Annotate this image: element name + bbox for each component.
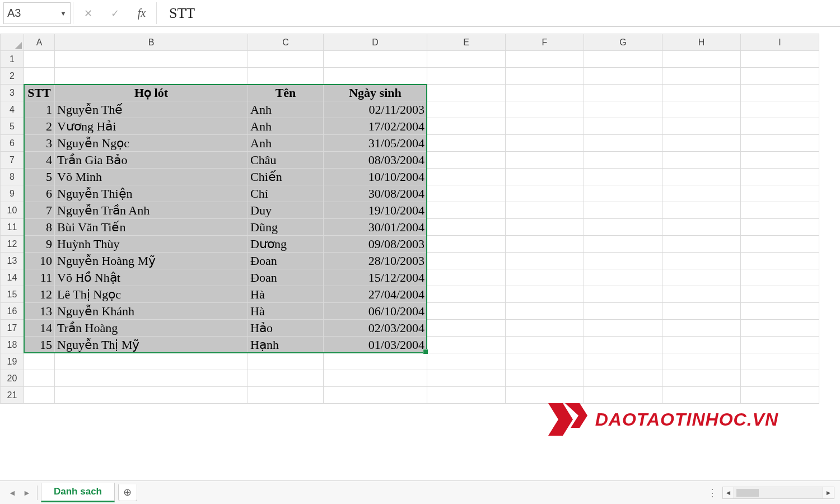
cell-E19[interactable] bbox=[427, 353, 506, 370]
cell-I19[interactable] bbox=[741, 353, 819, 370]
column-header-B[interactable]: B bbox=[55, 34, 248, 51]
worksheet[interactable]: ABCDEFGHI 123STTHọ lótTênNgày sinh41Nguy… bbox=[0, 34, 840, 480]
column-header-H[interactable]: H bbox=[662, 34, 741, 51]
scroll-right-button[interactable]: ► bbox=[823, 487, 834, 498]
cell-E4[interactable] bbox=[427, 101, 506, 118]
cell-I17[interactable] bbox=[741, 320, 819, 337]
row-header-11[interactable]: 11 bbox=[1, 219, 24, 236]
cell-A18[interactable]: 15 bbox=[24, 337, 55, 353]
cell-C19[interactable] bbox=[248, 353, 324, 370]
row-header-12[interactable]: 12 bbox=[1, 236, 24, 253]
cell-A9[interactable]: 6 bbox=[24, 185, 55, 202]
cell-F10[interactable] bbox=[506, 202, 584, 219]
cell-B3[interactable]: Họ lót bbox=[55, 85, 248, 101]
cell-I21[interactable] bbox=[741, 387, 819, 404]
cell-F4[interactable] bbox=[506, 101, 584, 118]
cell-B6[interactable]: Nguyễn Ngọc bbox=[55, 135, 248, 152]
cell-A8[interactable]: 5 bbox=[24, 169, 55, 185]
row-header-17[interactable]: 17 bbox=[1, 320, 24, 337]
cell-F21[interactable] bbox=[506, 387, 584, 404]
cell-F12[interactable] bbox=[506, 236, 584, 253]
cell-C17[interactable]: Hảo bbox=[248, 320, 324, 337]
cell-H11[interactable] bbox=[662, 219, 741, 236]
cell-G3[interactable] bbox=[584, 85, 662, 101]
cell-H5[interactable] bbox=[662, 118, 741, 135]
cell-I4[interactable] bbox=[741, 101, 819, 118]
cell-E16[interactable] bbox=[427, 303, 506, 320]
cell-B13[interactable]: Nguyễn Hoàng Mỹ bbox=[55, 253, 248, 269]
cell-A7[interactable]: 4 bbox=[24, 152, 55, 169]
cell-D9[interactable]: 30/08/2004 bbox=[324, 185, 427, 202]
cell-G17[interactable] bbox=[584, 320, 662, 337]
cell-E10[interactable] bbox=[427, 202, 506, 219]
cell-C3[interactable]: Tên bbox=[248, 85, 324, 101]
cell-C16[interactable]: Hà bbox=[248, 303, 324, 320]
select-all-corner[interactable] bbox=[1, 34, 24, 51]
row-header-4[interactable]: 4 bbox=[1, 101, 24, 118]
cell-H19[interactable] bbox=[662, 353, 741, 370]
cell-C8[interactable]: Chiến bbox=[248, 169, 324, 185]
cell-I10[interactable] bbox=[741, 202, 819, 219]
cell-I1[interactable] bbox=[741, 51, 819, 68]
cell-A16[interactable]: 13 bbox=[24, 303, 55, 320]
cell-G1[interactable] bbox=[584, 51, 662, 68]
cell-H12[interactable] bbox=[662, 236, 741, 253]
cell-H2[interactable] bbox=[662, 68, 741, 85]
cell-B15[interactable]: Lê Thị Ngọc bbox=[55, 286, 248, 303]
cell-C2[interactable] bbox=[248, 68, 324, 85]
cell-D6[interactable]: 31/05/2004 bbox=[324, 135, 427, 152]
cell-E11[interactable] bbox=[427, 219, 506, 236]
cell-E2[interactable] bbox=[427, 68, 506, 85]
cell-F19[interactable] bbox=[506, 353, 584, 370]
row-header-7[interactable]: 7 bbox=[1, 152, 24, 169]
cell-G6[interactable] bbox=[584, 135, 662, 152]
cell-D1[interactable] bbox=[324, 51, 427, 68]
cell-H7[interactable] bbox=[662, 152, 741, 169]
cell-A20[interactable] bbox=[24, 370, 55, 387]
cell-B10[interactable]: Nguyễn Trần Anh bbox=[55, 202, 248, 219]
cell-E18[interactable] bbox=[427, 337, 506, 353]
cell-D3[interactable]: Ngày sinh bbox=[324, 85, 427, 101]
cell-C15[interactable]: Hà bbox=[248, 286, 324, 303]
cell-D13[interactable]: 28/10/2003 bbox=[324, 253, 427, 269]
row-header-13[interactable]: 13 bbox=[1, 253, 24, 269]
cell-C10[interactable]: Duy bbox=[248, 202, 324, 219]
cell-H17[interactable] bbox=[662, 320, 741, 337]
scroll-left-button[interactable]: ◄ bbox=[723, 487, 734, 498]
cell-B12[interactable]: Huỳnh Thùy bbox=[55, 236, 248, 253]
cell-A17[interactable]: 14 bbox=[24, 320, 55, 337]
cell-G8[interactable] bbox=[584, 169, 662, 185]
column-header-I[interactable]: I bbox=[741, 34, 819, 51]
cell-I16[interactable] bbox=[741, 303, 819, 320]
cell-I14[interactable] bbox=[741, 269, 819, 286]
cell-I13[interactable] bbox=[741, 253, 819, 269]
cell-B18[interactable]: Nguyễn Thị Mỹ bbox=[55, 337, 248, 353]
cell-B11[interactable]: Bùi Văn Tiến bbox=[55, 219, 248, 236]
cell-D18[interactable]: 01/03/2004 bbox=[324, 337, 427, 353]
cell-H18[interactable] bbox=[662, 337, 741, 353]
cell-H20[interactable] bbox=[662, 370, 741, 387]
cell-E15[interactable] bbox=[427, 286, 506, 303]
cell-G18[interactable] bbox=[584, 337, 662, 353]
column-header-C[interactable]: C bbox=[248, 34, 324, 51]
cell-E3[interactable] bbox=[427, 85, 506, 101]
tab-next-button[interactable]: ► bbox=[20, 486, 34, 500]
cell-D12[interactable]: 09/08/2003 bbox=[324, 236, 427, 253]
column-header-G[interactable]: G bbox=[584, 34, 662, 51]
cell-D7[interactable]: 08/03/2004 bbox=[324, 152, 427, 169]
cell-A11[interactable]: 8 bbox=[24, 219, 55, 236]
cell-E21[interactable] bbox=[427, 387, 506, 404]
cell-E8[interactable] bbox=[427, 169, 506, 185]
sheet-tab-active[interactable]: Danh sach bbox=[41, 483, 115, 502]
cell-E13[interactable] bbox=[427, 253, 506, 269]
cell-F16[interactable] bbox=[506, 303, 584, 320]
cell-G5[interactable] bbox=[584, 118, 662, 135]
cell-B5[interactable]: Vương Hải bbox=[55, 118, 248, 135]
cell-C12[interactable]: Dương bbox=[248, 236, 324, 253]
formula-input[interactable]: STT bbox=[159, 2, 837, 24]
column-header-D[interactable]: D bbox=[324, 34, 427, 51]
cell-A4[interactable]: 1 bbox=[24, 101, 55, 118]
cell-A10[interactable]: 7 bbox=[24, 202, 55, 219]
cell-C14[interactable]: Đoan bbox=[248, 269, 324, 286]
cell-I5[interactable] bbox=[741, 118, 819, 135]
